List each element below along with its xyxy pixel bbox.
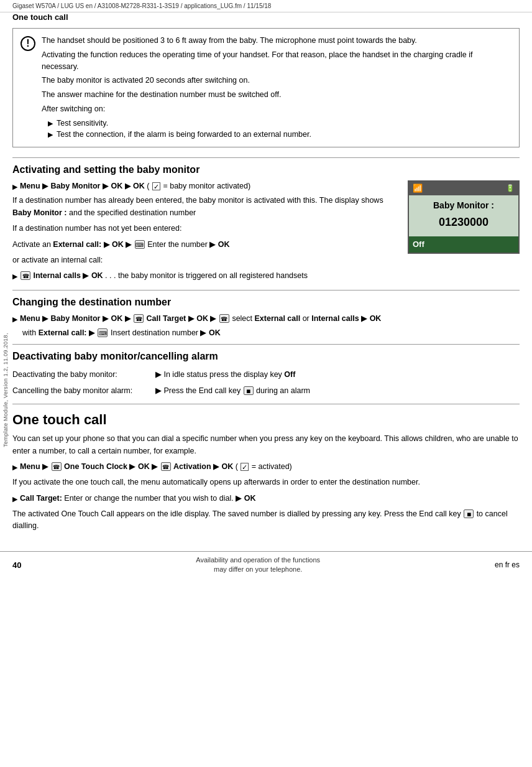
section2-step2: with External call: ▶ ⌨ Insert destinati…: [22, 327, 520, 339]
section3-content: Deactivating the baby monitor: ▶ In idle…: [12, 367, 520, 399]
external-call-label: External call:: [53, 240, 101, 249]
section4-step1: ▶ Menu ▶ ☎ One Touch Clock ▶ OK ▶ ☎ Acti…: [12, 461, 520, 473]
header-bar: Gigaset W570A / LUG US en / A31008-M2728…: [0, 0, 532, 12]
ok-s2-4: OK: [209, 328, 221, 337]
step3-text: ☎ Internal calls ▶ OK . . . the baby mon…: [20, 270, 308, 282]
ok-label-1: OK: [111, 182, 122, 190]
call-target-s4: Call Target:: [20, 494, 62, 503]
deactivate-label1: Deactivating the baby monitor:: [12, 367, 155, 383]
keyboard-icon: ⌨: [135, 240, 145, 249]
call-target-label: Call Target: [147, 314, 186, 323]
phone-display-number: 01230000: [414, 214, 513, 231]
phone-display: 📶 🔋 Baby Monitor : 01230000 Off: [408, 180, 520, 254]
page-container: Gigaset W570A / LUG US en / A31008-M2728…: [0, 0, 532, 767]
warning-content: The handset should be positioned 3 to 6 …: [42, 35, 511, 141]
phone-icon-s4-2: ☎: [161, 462, 171, 471]
warning-bullet1: ▶ Test sensitivity.: [48, 118, 511, 129]
section1-step3: ▶ ☎ Internal calls ▶ OK . . . the baby m…: [12, 270, 520, 282]
section2-step1: ▶ Menu ▶ Baby Monitor ▶ OK ▶ ☎ Call Targ…: [12, 313, 520, 325]
internal-calls-label: Internal calls: [33, 271, 80, 280]
menu-label: Menu: [20, 182, 40, 190]
warning-bullet1-text: Test sensitivity.: [57, 118, 108, 129]
section4-para2: If you activate the one touch call, the …: [12, 476, 520, 488]
phone-icon-internal: ☎: [21, 271, 30, 280]
divider-3: [12, 344, 520, 345]
one-touch-clock-label: One Touch Clock: [64, 462, 127, 471]
section4-content: You can set up your phone so that you ca…: [12, 433, 520, 532]
phone-icon-s2: ☎: [134, 314, 144, 323]
bullet-arrow-1: ▶: [48, 118, 53, 129]
ok-s2-2: OK: [196, 314, 208, 323]
phone-display-off: Off: [409, 236, 518, 253]
ok-label-2: OK: [133, 182, 145, 190]
checkbox-icon-s4: [241, 463, 249, 471]
ok-s4: OK: [138, 462, 150, 471]
end-call-icon: ⏹: [244, 386, 254, 395]
section2-title: Changing the destination number: [12, 297, 520, 308]
section4-para3: The activated One Touch Call appears on …: [12, 508, 520, 532]
warning-bullet2-text: Test the connection, if the alarm is bei…: [57, 129, 311, 141]
phone-display-title: Baby Monitor :: [414, 199, 513, 213]
ok-s4-2: OK: [221, 462, 233, 471]
section4-title: One touch call: [12, 412, 520, 428]
phone-icon-s4: ☎: [52, 462, 62, 471]
menu-s4: Menu: [20, 462, 40, 471]
step3-arrow: ▶: [12, 271, 17, 282]
signal-icon: 📶: [413, 182, 423, 195]
deactivate-cell2: ▶ Press the End call key ⏹ during an ala…: [155, 383, 520, 399]
ok-ext2: OK: [218, 240, 230, 249]
footer-line2: may differ on your telephone.: [196, 565, 320, 574]
footer-page-number: 40: [12, 560, 21, 570]
warning-line3: The baby monitor is activated 20 seconds…: [42, 75, 511, 86]
deactivate-table: Deactivating the baby monitor: ▶ In idle…: [12, 367, 520, 399]
phone-display-header: 📶 🔋: [409, 182, 518, 195]
warning-line4: The answer machine for the destination n…: [42, 89, 511, 101]
section4-para1: You can set up your phone so that you ca…: [12, 433, 520, 457]
ok-s2-3: OK: [370, 314, 382, 323]
top-section-heading: One touch call: [12, 12, 532, 22]
warning-line5: After switching on:: [42, 103, 511, 115]
section1-content: 📶 🔋 Baby Monitor : 01230000 Off ▶ Menu ▶…: [12, 180, 520, 285]
footer: 40 Availability and operation of the fun…: [0, 551, 532, 579]
phone-display-wrapper: 📶 🔋 Baby Monitor : 01230000 Off: [408, 180, 520, 254]
side-label-text: Template Module, Version 1.2, 11.09.2018…: [2, 333, 9, 447]
warning-box: ! The handset should be positioned 3 to …: [12, 28, 520, 147]
section2-content: ▶ Menu ▶ Baby Monitor ▶ OK ▶ ☎ Call Targ…: [12, 313, 520, 340]
deactivate-cell1: ▶ In idle status press the display key O…: [155, 367, 520, 383]
bullet-arrow-2: ▶: [48, 129, 53, 141]
keyboard-icon-s2: ⌨: [98, 328, 108, 337]
deactivate-row2: Cancelling the baby monitor alarm: ▶ Pre…: [12, 383, 520, 399]
baby-monitor-label: Baby Monitor: [51, 182, 101, 190]
section1-step1: ▶ Menu ▶ Baby Monitor ▶ OK ▶ OK ( = baby…: [12, 180, 398, 192]
external-call-s2-2: External call:: [39, 328, 87, 337]
section1-step3-label: or activate an internal call:: [12, 254, 520, 266]
ok-s4-3: OK: [244, 494, 256, 503]
deactivate-label2: Cancelling the baby monitor alarm:: [12, 383, 155, 399]
header-text: Gigaset W570A / LUG US en / A31008-M2728…: [12, 2, 271, 9]
section3-title: Deactivating baby monitor/cancelling ala…: [12, 351, 520, 362]
off-label: Off: [284, 370, 295, 379]
warning-line1: The handset should be positioned 3 to 6 …: [42, 35, 511, 47]
activation-label: Activation: [173, 462, 211, 471]
ok-s2: OK: [111, 314, 122, 323]
footer-center: Availability and operation of the functi…: [196, 555, 320, 575]
phone-display-body: Baby Monitor : 01230000: [409, 195, 518, 236]
warning-line2: Activating the function reduces the oper…: [42, 49, 511, 73]
deactivate-row1: Deactivating the baby monitor: ▶ In idle…: [12, 367, 520, 383]
warning-icon: !: [21, 36, 35, 51]
step1-text: Menu ▶ Baby Monitor ▶ OK ▶ OK ( = baby m…: [20, 180, 250, 192]
section4-step2: ▶ Call Target: Enter or change the numbe…: [12, 493, 520, 504]
step1-arrow: ▶: [12, 182, 17, 192]
battery-icon: 🔋: [506, 183, 515, 193]
footer-line1: Availability and operation of the functi…: [196, 555, 320, 565]
divider-1: [12, 157, 520, 158]
end-call-icon-s4: ⏹: [464, 509, 474, 518]
deactivate-arrow2: ▶: [155, 386, 162, 395]
s4-step2-text: Call Target: Enter or change the number …: [20, 493, 255, 504]
menu-s2: Menu: [20, 314, 40, 323]
baby-monitor-s2: Baby Monitor: [51, 314, 101, 323]
footer-lang: en fr es: [495, 560, 520, 569]
ok-internal: OK: [91, 271, 103, 280]
warning-bullet2: ▶ Test the connection, if the alarm is b…: [48, 129, 511, 141]
phone-icon-s2-2: ☎: [219, 314, 229, 323]
